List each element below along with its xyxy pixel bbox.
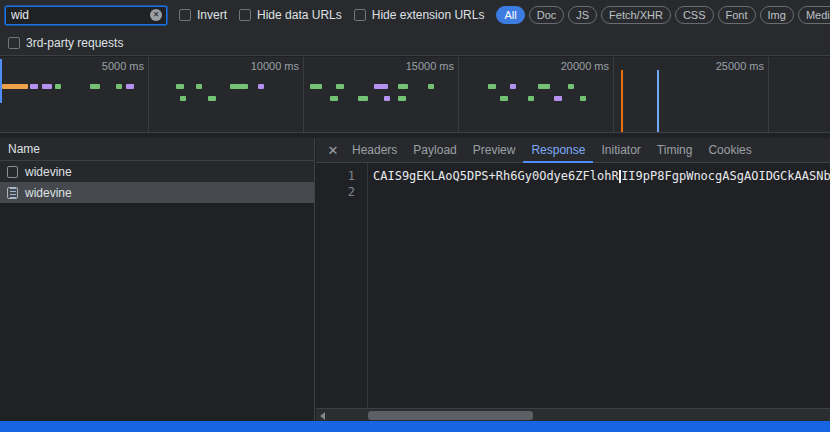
time-label: 25000 ms bbox=[680, 60, 764, 72]
filter-pill-all[interactable]: All bbox=[496, 6, 524, 24]
filter-pill-css[interactable]: CSS bbox=[675, 6, 714, 24]
filter-pill-img[interactable]: Img bbox=[760, 6, 794, 24]
scroll-left-arrow-icon[interactable] bbox=[320, 412, 325, 420]
request-name: widevine bbox=[25, 186, 72, 200]
filter-row-2: 3rd-party requests bbox=[0, 30, 830, 56]
resource-icon bbox=[7, 187, 18, 199]
third-party-requests-label: 3rd-party requests bbox=[26, 36, 123, 50]
name-column-header[interactable]: Name bbox=[0, 138, 314, 161]
filter-pill-fetchxhr[interactable]: Fetch/XHR bbox=[601, 6, 671, 24]
filter-pill-media[interactable]: Media bbox=[798, 6, 830, 24]
network-overview-timeline[interactable]: 5000 ms10000 ms15000 ms20000 ms25000 ms bbox=[0, 57, 830, 133]
bottom-accent-bar bbox=[0, 421, 830, 432]
details-tabs: HeadersPayloadPreviewResponseInitiatorTi… bbox=[344, 138, 760, 163]
waterfall-segment bbox=[42, 84, 52, 89]
checkbox-icon bbox=[239, 9, 251, 21]
line-number-gutter: 12 bbox=[316, 163, 368, 408]
filter-input[interactable] bbox=[5, 6, 167, 25]
load-event-marker bbox=[657, 70, 659, 132]
invert-label: Invert bbox=[197, 8, 227, 22]
dcl-event-marker bbox=[621, 70, 623, 132]
waterfall-segment bbox=[398, 84, 408, 89]
waterfall-segment bbox=[528, 96, 534, 101]
waterfall-segment bbox=[208, 96, 216, 101]
waterfall-segment bbox=[510, 84, 516, 89]
hide-data-urls-checkbox[interactable]: Hide data URLs bbox=[239, 8, 342, 22]
waterfall-segment bbox=[538, 84, 550, 89]
request-name: widevine bbox=[25, 165, 72, 179]
grid-line bbox=[458, 57, 459, 132]
waterfall-segment bbox=[2, 84, 28, 89]
grid-line bbox=[613, 57, 614, 132]
filter-pill-doc[interactable]: Doc bbox=[529, 6, 565, 24]
filter-row: ✕ Invert Hide data URLs Hide extension U… bbox=[0, 0, 830, 30]
line-number: 2 bbox=[316, 184, 355, 200]
waterfall-segment bbox=[336, 84, 344, 89]
waterfall-segment bbox=[384, 96, 390, 101]
time-label: 20000 ms bbox=[525, 60, 609, 72]
tab-cookies[interactable]: Cookies bbox=[700, 138, 759, 163]
checkbox-icon bbox=[354, 9, 366, 21]
response-content[interactable]: CAIS9gEKLAoQ5DPS+Rh6Gy0Odye6ZFlohRII9pP8… bbox=[368, 163, 830, 408]
waterfall-segment bbox=[230, 84, 248, 89]
grid-line bbox=[148, 57, 149, 132]
hide-extension-urls-checkbox[interactable]: Hide extension URLs bbox=[354, 8, 485, 22]
waterfall-segment bbox=[428, 84, 434, 89]
waterfall-segment bbox=[196, 84, 202, 89]
waterfall-segment bbox=[554, 96, 562, 101]
waterfall-segment bbox=[374, 84, 388, 89]
request-details-pane: ✕ HeadersPayloadPreviewResponseInitiator… bbox=[316, 138, 830, 421]
tab-initiator[interactable]: Initiator bbox=[593, 138, 648, 163]
third-party-requests-checkbox[interactable]: 3rd-party requests bbox=[8, 36, 123, 50]
details-tabs-bar: ✕ HeadersPayloadPreviewResponseInitiator… bbox=[316, 138, 830, 163]
filter-input-wrap: ✕ bbox=[5, 6, 167, 25]
hide-extension-urls-label: Hide extension URLs bbox=[372, 8, 485, 22]
devtools-network-panel: ✕ Invert Hide data URLs Hide extension U… bbox=[0, 0, 830, 432]
requests-table: Name widevinewidevine bbox=[0, 138, 315, 421]
waterfall-segment bbox=[310, 84, 322, 89]
time-label: 5000 ms bbox=[60, 60, 144, 72]
network-filter-toolbar: ✕ Invert Hide data URLs Hide extension U… bbox=[0, 0, 830, 56]
timeline-left-marker bbox=[0, 59, 2, 103]
checkbox-icon bbox=[179, 9, 191, 21]
filter-pill-js[interactable]: JS bbox=[568, 6, 597, 24]
tab-preview[interactable]: Preview bbox=[465, 138, 524, 163]
waterfall-segment bbox=[180, 96, 186, 101]
checkbox-icon bbox=[8, 37, 20, 49]
waterfall-segment bbox=[258, 84, 264, 89]
waterfall-segment bbox=[116, 84, 122, 89]
waterfall-segment bbox=[90, 84, 100, 89]
tab-timing[interactable]: Timing bbox=[649, 138, 701, 163]
resource-icon bbox=[7, 166, 18, 178]
waterfall-segment bbox=[126, 84, 134, 89]
filter-pill-font[interactable]: Font bbox=[718, 6, 756, 24]
response-viewer: 12 CAIS9gEKLAoQ5DPS+Rh6Gy0Odye6ZFlohRII9… bbox=[316, 163, 830, 408]
tab-response[interactable]: Response bbox=[523, 138, 593, 163]
horizontal-scrollbar[interactable] bbox=[316, 408, 830, 421]
invert-checkbox[interactable]: Invert bbox=[179, 8, 227, 22]
table-row[interactable]: widevine bbox=[0, 161, 314, 182]
waterfall-segment bbox=[488, 84, 496, 89]
line-number: 1 bbox=[316, 168, 355, 184]
waterfall-segment bbox=[30, 84, 38, 89]
response-text-before-caret: CAIS9gEKLAoQ5DPS+Rh6Gy0Odye6ZFlohR bbox=[373, 169, 619, 183]
time-label: 15000 ms bbox=[370, 60, 454, 72]
waterfall-segment bbox=[398, 96, 406, 101]
tab-headers[interactable]: Headers bbox=[344, 138, 405, 163]
waterfall-segment bbox=[500, 96, 508, 101]
resource-type-filters: AllDocJSFetch/XHRCSSFontImgMedia bbox=[496, 6, 830, 24]
waterfall-segment bbox=[580, 96, 586, 101]
waterfall-segment bbox=[176, 84, 184, 89]
clear-filter-icon[interactable]: ✕ bbox=[150, 9, 162, 21]
grid-line bbox=[303, 57, 304, 132]
scrollbar-thumb[interactable] bbox=[368, 411, 533, 420]
response-text-after-caret: II9pP8FgpWnocgASgAOIDGCkAASNbcyK0GE bbox=[621, 169, 830, 183]
waterfall-segment bbox=[568, 84, 574, 89]
hide-data-urls-label: Hide data URLs bbox=[257, 8, 342, 22]
tab-payload[interactable]: Payload bbox=[405, 138, 464, 163]
waterfall-segment bbox=[330, 96, 338, 101]
waterfall-segment bbox=[358, 96, 368, 101]
table-row[interactable]: widevine bbox=[0, 182, 314, 203]
close-icon[interactable]: ✕ bbox=[322, 143, 344, 158]
time-label: 10000 ms bbox=[215, 60, 299, 72]
